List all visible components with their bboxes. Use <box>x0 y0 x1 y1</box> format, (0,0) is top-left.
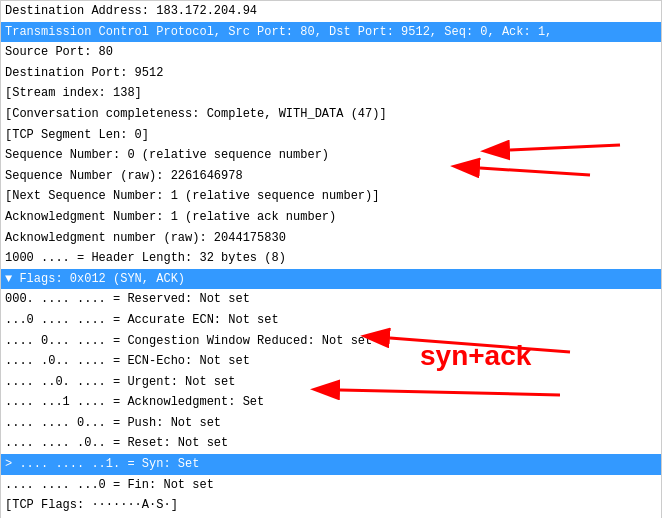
packet-row-1[interactable]: Transmission Control Protocol, Src Port:… <box>1 22 661 43</box>
packet-row-21[interactable]: .... .... .0.. = Reset: Not set <box>1 433 661 454</box>
packet-row-16[interactable]: .... 0... .... = Congestion Window Reduc… <box>1 331 661 352</box>
packet-row-20[interactable]: .... .... 0... = Push: Not set <box>1 413 661 434</box>
packet-row-10[interactable]: Acknowledgment Number: 1 (relative ack n… <box>1 207 661 228</box>
packet-row-4[interactable]: [Stream index: 138] <box>1 83 661 104</box>
packet-row-23[interactable]: .... .... ...0 = Fin: Not set <box>1 475 661 496</box>
packet-row-15[interactable]: ...0 .... .... = Accurate ECN: Not set <box>1 310 661 331</box>
packet-row-19[interactable]: .... ...1 .... = Acknowledgment: Set <box>1 392 661 413</box>
packet-row-8[interactable]: Sequence Number (raw): 2261646978 <box>1 166 661 187</box>
packet-row-22[interactable]: > .... .... ..1. = Syn: Set <box>1 454 661 475</box>
packet-tree: Destination Address: 183.172.204.94Trans… <box>0 0 662 518</box>
packet-row-7[interactable]: Sequence Number: 0 (relative sequence nu… <box>1 145 661 166</box>
packet-row-12[interactable]: 1000 .... = Header Length: 32 bytes (8) <box>1 248 661 269</box>
packet-row-3[interactable]: Destination Port: 9512 <box>1 63 661 84</box>
packet-row-17[interactable]: .... .0.. .... = ECN-Echo: Not set <box>1 351 661 372</box>
packet-row-0[interactable]: Destination Address: 183.172.204.94 <box>1 1 661 22</box>
packet-row-14[interactable]: 000. .... .... = Reserved: Not set <box>1 289 661 310</box>
packet-row-9[interactable]: [Next Sequence Number: 1 (relative seque… <box>1 186 661 207</box>
packet-row-6[interactable]: [TCP Segment Len: 0] <box>1 125 661 146</box>
packet-row-11[interactable]: Acknowledgment number (raw): 2044175830 <box>1 228 661 249</box>
packet-row-18[interactable]: .... ..0. .... = Urgent: Not set <box>1 372 661 393</box>
packet-row-5[interactable]: [Conversation completeness: Complete, WI… <box>1 104 661 125</box>
packet-row-24[interactable]: [TCP Flags: ·······A·S·] <box>1 495 661 516</box>
packet-row-2[interactable]: Source Port: 80 <box>1 42 661 63</box>
packet-row-13[interactable]: ▼ Flags: 0x012 (SYN, ACK) <box>1 269 661 290</box>
